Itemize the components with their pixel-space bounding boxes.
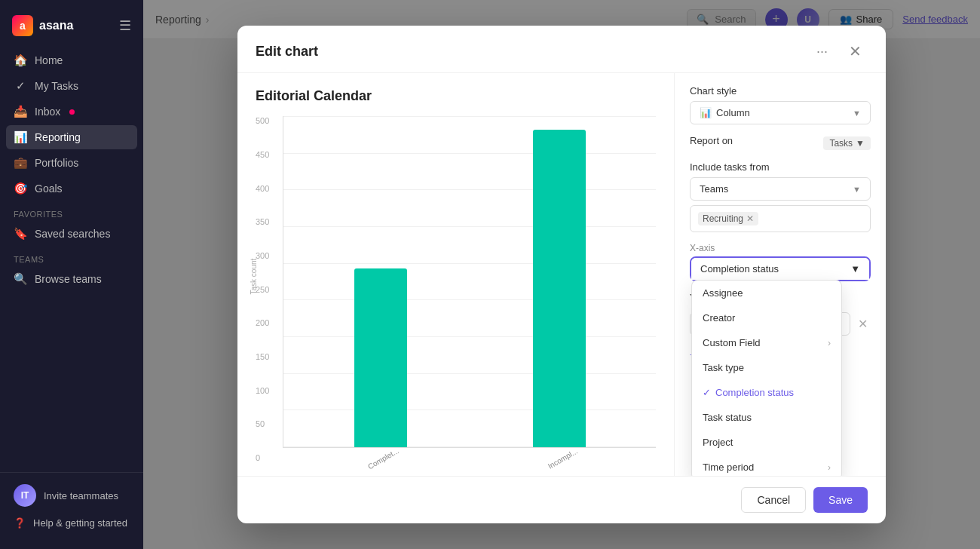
modal-close-button[interactable]: ✕ — [843, 39, 868, 63]
dropdown-item-label: Custom Field — [703, 337, 761, 348]
sidebar-item-browse-teams[interactable]: 🔍 Browse teams — [6, 267, 137, 291]
tasks-label: Tasks — [829, 138, 853, 149]
sidebar-item-my-tasks[interactable]: ✓ My Tasks — [6, 74, 137, 98]
dropdown-item-assignee[interactable]: Assignee — [692, 281, 841, 305]
sidebar-item-home[interactable]: 🏠 Home — [6, 48, 137, 72]
sidebar-item-goals[interactable]: 🎯 Goals — [6, 176, 137, 201]
dropdown-item-label: Task type — [703, 362, 744, 373]
tags-input[interactable]: Recruiting ✕ — [690, 205, 871, 232]
dropdown-item-label: Completion status — [715, 387, 794, 398]
include-tasks-section: Include tasks from Teams ▼ Recruiting ✕ — [690, 161, 871, 232]
bar-group-complete — [314, 116, 447, 447]
xaxis-select[interactable]: Completion status ▼ — [691, 258, 869, 280]
modal-header: Edit chart ··· ✕ — [237, 26, 886, 73]
chart-style-value: Column — [716, 107, 750, 118]
favorites-section-label: Favorites — [0, 201, 143, 222]
bar-group-incomplete — [492, 116, 626, 447]
hamburger-icon[interactable]: ☰ — [119, 17, 131, 34]
x-axis-labels: Complet... Incompl... — [283, 448, 656, 464]
sidebar-item-saved-searches[interactable]: 🔖 Saved searches — [6, 222, 137, 246]
dropdown-item-task-status[interactable]: Task status — [692, 405, 841, 430]
yaxis-remove-button[interactable]: ✕ — [855, 314, 871, 334]
save-button[interactable]: Save — [813, 487, 868, 513]
sidebar-item-inbox[interactable]: 📥 Inbox — [6, 100, 137, 124]
goals-icon: 🎯 — [14, 182, 27, 195]
report-on-section: Report on Tasks ▼ — [690, 135, 871, 151]
y-label-350: 350 — [256, 217, 269, 226]
modal-more-button[interactable]: ··· — [810, 41, 834, 63]
column-chart-icon: 📊 — [700, 107, 712, 118]
y-label-500: 500 — [256, 116, 269, 125]
chart-area: 0 50 100 150 200 250 300 350 400 450 500 — [256, 116, 656, 476]
dropdown-item-label: Task status — [703, 412, 752, 423]
xaxis-label: X-axis — [690, 243, 871, 253]
dropdown-item-task-type[interactable]: Task type — [692, 355, 841, 380]
favorites-nav: 🔖 Saved searches — [0, 222, 143, 246]
portfolios-icon: 💼 — [14, 156, 27, 170]
sidebar-item-reporting[interactable]: 📊 Reporting — [6, 125, 137, 149]
xaxis-section: X-axis Completion status ▼ Assignee — [690, 243, 871, 281]
teams-select[interactable]: Teams ▼ — [690, 177, 871, 201]
modal-overlay: Edit chart ··· ✕ Editorial Calendar 0 50 — [143, 0, 980, 549]
sidebar-item-portfolios[interactable]: 💼 Portfolios — [6, 151, 137, 175]
dropdown-item-label: Time period — [703, 462, 754, 473]
y-label-0: 0 — [256, 453, 269, 462]
chevron-down-icon-xaxis: ▼ — [850, 263, 860, 274]
y-label-100: 100 — [256, 386, 269, 395]
sidebar-item-label: My Tasks — [35, 80, 78, 92]
chart-panel: Editorial Calendar 0 50 100 150 200 250 — [237, 73, 675, 476]
include-tasks-label: Include tasks from — [690, 161, 871, 173]
sidebar-logo: a asana ☰ — [0, 9, 143, 48]
logo-icon: a — [12, 15, 33, 36]
tasks-badge[interactable]: Tasks ▼ — [823, 136, 871, 150]
user-avatar: IT — [14, 484, 36, 507]
dropdown-item-time-period[interactable]: Time period › — [692, 455, 841, 476]
xaxis-dropdown-menu: Assignee Creator — [691, 280, 842, 476]
cancel-button[interactable]: Cancel — [741, 487, 806, 513]
submenu-arrow-icon: › — [828, 338, 831, 348]
sidebar-item-label: Inbox — [35, 106, 60, 118]
chevron-down-icon: ▼ — [853, 109, 861, 118]
invite-label: Invite teammates — [44, 490, 118, 501]
tag-value: Recruiting — [703, 213, 743, 224]
edit-chart-modal: Edit chart ··· ✕ Editorial Calendar 0 50 — [237, 26, 886, 523]
y-label-450: 450 — [256, 150, 269, 159]
modal-footer: Cancel Save — [237, 476, 886, 523]
help-btn[interactable]: ❓ Help & getting started — [6, 512, 137, 534]
dropdown-item-custom-field[interactable]: Custom Field › — [692, 330, 841, 355]
sidebar-item-label: Portfolios — [35, 157, 78, 169]
main-area: Reporting › 🔍 Search + U 👥 Share Send fe… — [143, 0, 980, 549]
sidebar-item-label: Reporting — [35, 131, 81, 143]
sidebar-item-label: Browse teams — [35, 273, 102, 285]
y-axis-title: Task count — [250, 258, 258, 294]
sidebar-nav: 🏠 Home ✓ My Tasks 📥 Inbox 📊 Reporting 💼 … — [0, 48, 143, 201]
dropdown-item-completion-status[interactable]: ✓ Completion status — [692, 380, 841, 405]
teams-value: Teams — [700, 183, 728, 195]
modal-title: Edit chart — [256, 44, 801, 60]
y-label-400: 400 — [256, 184, 269, 193]
sidebar-item-label: Home — [35, 54, 63, 66]
y-label-150: 150 — [256, 352, 269, 361]
report-on-row: Report on Tasks ▼ — [690, 135, 871, 151]
inbox-notification-dot — [69, 109, 75, 115]
chevron-down-icon-teams: ▼ — [853, 185, 861, 194]
settings-panel: Chart style 📊 Column ▼ Report on — [675, 73, 886, 476]
inbox-icon: 📥 — [14, 105, 27, 118]
sidebar-item-label: Saved searches — [35, 228, 110, 240]
chart-style-select[interactable]: 📊 Column ▼ — [690, 101, 871, 124]
help-label: Help & getting started — [33, 517, 127, 529]
home-icon: 🏠 — [14, 54, 27, 67]
logo-text: asana — [39, 19, 73, 32]
saved-searches-icon: 🔖 — [14, 227, 27, 241]
dropdown-item-creator[interactable]: Creator — [692, 305, 841, 330]
teams-nav: 🔍 Browse teams — [0, 267, 143, 291]
dropdown-item-project[interactable]: Project — [692, 430, 841, 455]
sidebar-item-label: Goals — [35, 182, 63, 195]
invite-teammates-btn[interactable]: IT Invite teammates — [6, 479, 137, 512]
browse-icon: 🔍 — [14, 272, 27, 286]
tasks-chevron-icon: ▼ — [856, 138, 865, 149]
xaxis-value: Completion status — [700, 263, 779, 274]
sidebar: a asana ☰ 🏠 Home ✓ My Tasks 📥 Inbox 📊 Re… — [0, 0, 143, 549]
sidebar-bottom: IT Invite teammates ❓ Help & getting sta… — [0, 472, 143, 540]
tag-remove-button[interactable]: ✕ — [746, 213, 754, 224]
